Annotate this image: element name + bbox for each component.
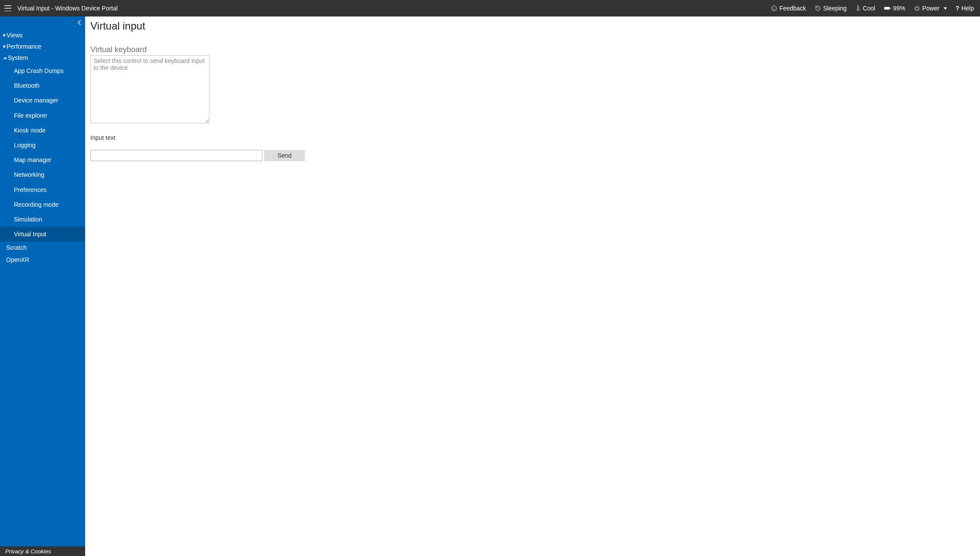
caret-right-icon	[3, 45, 6, 48]
sidebar-item-recording-mode[interactable]: Recording mode	[0, 197, 85, 212]
svg-rect-4	[884, 7, 890, 10]
sidebar-item-label: Bluetooth	[14, 82, 40, 89]
sidebar-item-label: Scratch	[6, 244, 26, 251]
thermometer-icon	[855, 5, 861, 11]
history-icon	[815, 5, 821, 11]
sidebar-item-label: Logging	[14, 142, 36, 149]
sidebar-item-label: Recording mode	[14, 201, 59, 208]
sleeping-label: Sleeping	[823, 5, 847, 12]
input-text-label: Input text	[90, 134, 975, 141]
sidebar-item-networking[interactable]: Networking	[0, 167, 85, 182]
sidebar-item-label: Preferences	[14, 186, 46, 193]
svg-point-0	[771, 6, 777, 11]
svg-point-1	[773, 7, 773, 8]
main-content: Virtual input Virtual keyboard Input tex…	[85, 17, 980, 556]
sidebar-item-kiosk-mode[interactable]: Kiosk mode	[0, 123, 85, 138]
smiley-icon	[771, 5, 777, 11]
sidebar-item-map-manager[interactable]: Map manager	[0, 152, 85, 167]
collapse-sidebar-icon[interactable]	[77, 20, 82, 26]
sidebar-item-label: Map manager	[14, 156, 51, 163]
cool-label: Cool	[863, 5, 875, 12]
svg-point-3	[858, 9, 859, 10]
sidebar-item-label: Networking	[14, 171, 44, 178]
sidebar-item-label: App Crash Dumps	[14, 67, 63, 74]
sidebar-section-performance[interactable]: Performance	[0, 41, 85, 52]
svg-point-2	[775, 7, 775, 8]
feedback-label: Feedback	[779, 5, 806, 12]
sidebar-item-label: Device manager	[14, 97, 58, 104]
help-button[interactable]: ? Help	[956, 5, 974, 12]
sidebar-item-logging[interactable]: Logging	[0, 138, 85, 152]
feedback-button[interactable]: Feedback	[771, 5, 806, 12]
top-header: Virtual Input - Windows Device Portal Fe…	[0, 0, 980, 17]
sidebar-section-label: System	[8, 55, 28, 61]
power-label: Power	[922, 5, 940, 12]
input-text-field[interactable]	[90, 150, 262, 161]
sidebar-item-device-manager[interactable]: Device manager	[0, 93, 85, 108]
power-icon	[914, 5, 920, 11]
nav: Views Performance System App Crash D	[0, 17, 85, 266]
sidebar-section-views[interactable]: Views	[0, 30, 85, 41]
chevron-down-icon	[944, 7, 947, 10]
sidebar-item-label: File explorer	[14, 112, 47, 119]
sidebar-section-label: Performance	[7, 43, 41, 50]
help-label: Help	[961, 5, 974, 12]
send-button[interactable]: Send	[264, 150, 305, 161]
sidebar-item-label: Kiosk mode	[14, 127, 46, 134]
virtual-keyboard-textarea[interactable]	[90, 55, 209, 123]
sidebar-section-label: Views	[7, 32, 23, 38]
sidebar-item-file-explorer[interactable]: File explorer	[0, 108, 85, 123]
sleeping-status[interactable]: Sleeping	[815, 5, 847, 12]
temperature-status[interactable]: Cool	[855, 5, 875, 12]
sidebar-item-preferences[interactable]: Preferences	[0, 182, 85, 197]
sidebar-item-scratch[interactable]: Scratch	[0, 242, 85, 254]
svg-rect-5	[890, 8, 891, 9]
sidebar-item-simulation[interactable]: Simulation	[0, 212, 85, 227]
sidebar-item-app-crash-dumps[interactable]: App Crash Dumps	[0, 63, 85, 78]
sidebar-item-label: Virtual Input	[14, 231, 46, 238]
sidebar-item-virtual-input[interactable]: Virtual Input	[0, 227, 85, 242]
battery-icon	[884, 6, 891, 11]
sidebar: Views Performance System App Crash D	[0, 17, 85, 556]
hamburger-icon[interactable]	[4, 5, 11, 11]
virtual-keyboard-label: Virtual keyboard	[90, 45, 975, 54]
privacy-cookies-label: Privacy & Cookies	[5, 548, 51, 555]
sidebar-item-openxr[interactable]: OpenXR	[0, 254, 85, 266]
sidebar-item-label: Simulation	[14, 216, 42, 223]
window-title: Virtual Input - Windows Device Portal	[17, 5, 118, 12]
caret-up-icon	[3, 57, 7, 59]
sidebar-section-system[interactable]: System	[0, 52, 85, 63]
sidebar-item-bluetooth[interactable]: Bluetooth	[0, 78, 85, 93]
sidebar-item-label: OpenXR	[6, 256, 30, 263]
privacy-cookies-link[interactable]: Privacy & Cookies	[0, 546, 85, 556]
battery-label: 99%	[893, 5, 905, 12]
question-icon: ?	[956, 5, 960, 12]
power-menu[interactable]: Power	[914, 5, 947, 12]
page-title: Virtual input	[90, 20, 975, 32]
caret-right-icon	[3, 33, 6, 37]
battery-status[interactable]: 99%	[884, 5, 905, 12]
